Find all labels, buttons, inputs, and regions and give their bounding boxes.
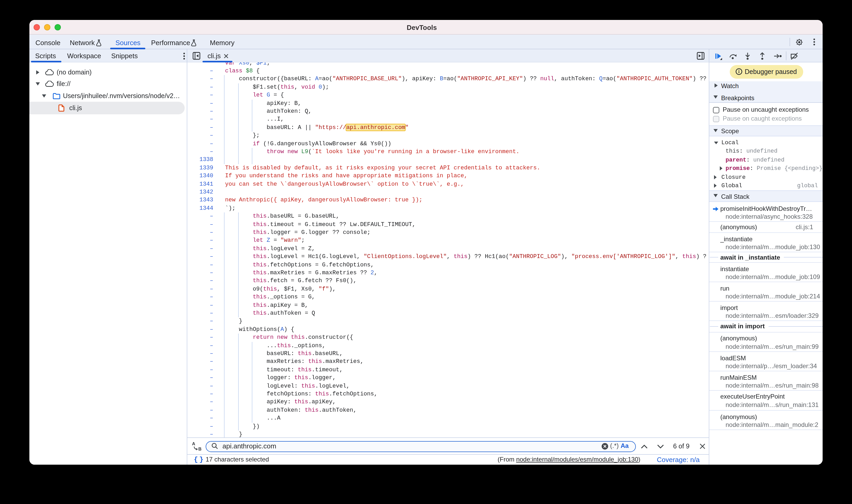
svg-text:B: B	[198, 446, 201, 451]
svg-text:A: A	[192, 441, 195, 446]
